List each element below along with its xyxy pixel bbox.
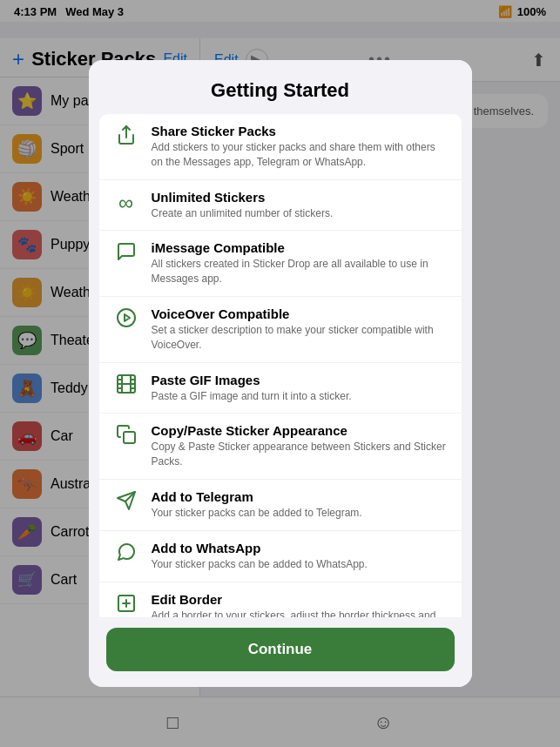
message-icon xyxy=(111,240,141,262)
feature-desc: Create an unlimited number of stickers. xyxy=(152,206,449,221)
feature-title: iMessage Compatible xyxy=(152,240,449,255)
getting-started-modal: Getting Started Share Sticker Packs xyxy=(89,60,472,687)
feature-desc: Copy & Paste Sticker appearance between … xyxy=(152,440,449,469)
feature-row-imessage: iMessage Compatible All stickers created… xyxy=(99,231,462,297)
gif-icon xyxy=(111,373,141,394)
modal-overlay[interactable]: Getting Started Share Sticker Packs xyxy=(0,0,560,747)
feature-title: Share Sticker Packs xyxy=(152,124,449,138)
feature-desc: Add a border to your stickers, adjust th… xyxy=(152,609,449,617)
share-icon xyxy=(111,124,141,145)
continue-button[interactable]: Continue xyxy=(106,628,455,671)
feature-title: Add to Telegram xyxy=(152,489,449,504)
feature-title: Add to WhatsApp xyxy=(152,541,449,555)
feature-desc: Your sticker packs can be added to Whats… xyxy=(152,557,449,572)
feature-section: Share Sticker Packs Add stickers to your… xyxy=(99,114,462,617)
voiceover-icon xyxy=(111,306,141,328)
feature-row-voiceover: VoiceOver Compatible Set a sticker descr… xyxy=(99,297,462,363)
feature-title: Edit Border xyxy=(152,592,449,607)
feature-title: VoiceOver Compatible xyxy=(152,306,449,321)
svg-rect-11 xyxy=(124,432,135,443)
feature-desc: All stickers created in Sticker Drop are… xyxy=(152,257,449,286)
infinity-icon: ∞ xyxy=(111,190,141,215)
feature-title: Unlimited Stickers xyxy=(152,190,449,205)
telegram-icon xyxy=(111,489,141,511)
feature-desc: Add stickers to your sticker packs and s… xyxy=(152,140,449,170)
modal-footer: Continue xyxy=(89,617,472,687)
feature-row-gif: Paste GIF Images Paste a GIF image and t… xyxy=(99,363,462,414)
modal-scroll[interactable]: Share Sticker Packs Add stickers to your… xyxy=(89,111,472,617)
whatsapp-icon xyxy=(111,541,141,562)
modal-header: Getting Started xyxy=(89,60,472,111)
border-icon xyxy=(111,592,141,614)
svg-marker-2 xyxy=(125,314,130,321)
feature-row-share: Share Sticker Packs Add stickers to your… xyxy=(99,114,462,180)
feature-row-unlimited: ∞ Unlimited Stickers Create an unlimited… xyxy=(99,180,462,232)
svg-point-1 xyxy=(118,309,135,326)
modal-title: Getting Started xyxy=(211,79,349,101)
feature-row-copy: Copy/Paste Sticker Appearance Copy & Pas… xyxy=(99,414,462,480)
feature-row-telegram: Add to Telegram Your sticker packs can b… xyxy=(99,480,462,531)
copy-icon xyxy=(111,423,141,445)
feature-desc: Your sticker packs can be added to Teleg… xyxy=(152,506,449,521)
feature-title: Paste GIF Images xyxy=(152,373,449,387)
feature-title: Copy/Paste Sticker Appearance xyxy=(152,423,449,438)
feature-desc: Set a sticker description to make your s… xyxy=(152,323,449,353)
feature-desc: Paste a GIF image and turn it into a sti… xyxy=(152,389,449,404)
feature-row-border: Edit Border Add a border to your sticker… xyxy=(99,582,462,617)
feature-row-whatsapp: Add to WhatsApp Your sticker packs can b… xyxy=(99,531,462,582)
